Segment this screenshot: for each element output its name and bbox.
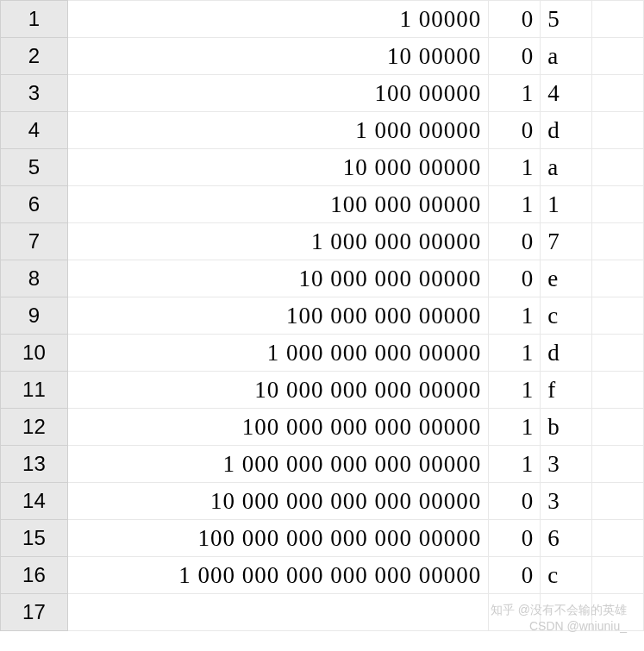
- cell-value[interactable]: f: [541, 372, 592, 409]
- table-row: 210 000000a: [1, 38, 644, 75]
- cell-value[interactable]: 3: [541, 446, 592, 483]
- row-header[interactable]: 5: [1, 149, 68, 186]
- row-header[interactable]: 8: [1, 260, 68, 297]
- table-row: 1110 000 000 000 000001f: [1, 372, 644, 409]
- cell-value[interactable]: 10 00000: [67, 38, 489, 75]
- cell-value[interactable]: 4: [541, 75, 592, 112]
- cell-value[interactable]: 1: [489, 446, 541, 483]
- row-header[interactable]: 2: [1, 38, 68, 75]
- cell-value[interactable]: 1: [489, 297, 541, 335]
- watermark-line1: 知乎 @没有不会输的英雄: [491, 602, 627, 619]
- cell-value[interactable]: 0: [489, 223, 541, 260]
- cell-empty[interactable]: [592, 446, 644, 483]
- cell-value[interactable]: 10 000 00000: [67, 149, 489, 186]
- cell-value[interactable]: 5: [541, 1, 592, 38]
- cell-empty[interactable]: [592, 520, 644, 557]
- cell-value[interactable]: 1: [541, 186, 592, 223]
- cell-empty[interactable]: [592, 186, 644, 223]
- cell-value[interactable]: a: [541, 149, 592, 186]
- cell-value[interactable]: 10 000 000 000 00000: [67, 372, 489, 409]
- cell-value[interactable]: a: [541, 38, 592, 75]
- cell-value[interactable]: 100 000 00000: [67, 186, 489, 223]
- cell-empty[interactable]: [592, 297, 644, 335]
- table-row: 12100 000 000 000 000001b: [1, 409, 644, 446]
- cell-value[interactable]: d: [541, 335, 592, 372]
- cell-value[interactable]: 1 000 000 000 000 000 00000: [67, 557, 489, 594]
- cell-value[interactable]: 1 000 000 000 000 00000: [67, 446, 489, 483]
- cell-value[interactable]: [67, 594, 489, 631]
- cell-value[interactable]: 10 000 000 00000: [67, 260, 489, 297]
- cell-value[interactable]: 100 000 000 000 00000: [67, 409, 489, 446]
- cell-value[interactable]: 1 00000: [67, 1, 489, 38]
- cell-empty[interactable]: [592, 260, 644, 297]
- cell-empty[interactable]: [592, 38, 644, 75]
- table-row: 41 000 000000d: [1, 112, 644, 149]
- cell-value[interactable]: 3: [541, 483, 592, 520]
- cell-value[interactable]: 1: [489, 75, 541, 112]
- cell-value[interactable]: 100 000 000 00000: [67, 297, 489, 335]
- cell-value[interactable]: c: [541, 557, 592, 594]
- row-header[interactable]: 6: [1, 186, 68, 223]
- cell-value[interactable]: 1: [489, 186, 541, 223]
- cell-value[interactable]: 0: [489, 557, 541, 594]
- row-header[interactable]: 3: [1, 75, 68, 112]
- cell-value[interactable]: 6: [541, 520, 592, 557]
- row-header[interactable]: 1: [1, 1, 68, 38]
- row-header[interactable]: 14: [1, 483, 68, 520]
- cell-empty[interactable]: [592, 149, 644, 186]
- cell-value[interactable]: 0: [489, 260, 541, 297]
- table-row: 11 0000005: [1, 1, 644, 38]
- table-row: 9100 000 000 000001c: [1, 297, 644, 335]
- row-header[interactable]: 15: [1, 520, 68, 557]
- cell-empty[interactable]: [592, 75, 644, 112]
- cell-value[interactable]: 100 00000: [67, 75, 489, 112]
- cell-value[interactable]: 100 000 000 000 000 00000: [67, 520, 489, 557]
- cell-value[interactable]: e: [541, 260, 592, 297]
- cell-value[interactable]: 1 000 000 00000: [67, 223, 489, 260]
- row-header[interactable]: 16: [1, 557, 68, 594]
- row-header[interactable]: 11: [1, 372, 68, 409]
- cell-empty[interactable]: [592, 409, 644, 446]
- table-row: 15100 000 000 000 000 0000006: [1, 520, 644, 557]
- cell-value[interactable]: d: [541, 112, 592, 149]
- cell-value[interactable]: 0: [489, 1, 541, 38]
- cell-value[interactable]: 0: [489, 483, 541, 520]
- row-header[interactable]: 10: [1, 335, 68, 372]
- row-header[interactable]: 13: [1, 446, 68, 483]
- cell-value[interactable]: 0: [489, 520, 541, 557]
- cell-empty[interactable]: [592, 372, 644, 409]
- cell-empty[interactable]: [592, 483, 644, 520]
- row-header[interactable]: 4: [1, 112, 68, 149]
- cell-empty[interactable]: [592, 1, 644, 38]
- cell-empty[interactable]: [592, 335, 644, 372]
- row-header[interactable]: 9: [1, 297, 68, 335]
- cell-value[interactable]: 0: [489, 38, 541, 75]
- row-header[interactable]: 17: [1, 594, 68, 631]
- row-header[interactable]: 12: [1, 409, 68, 446]
- cell-empty[interactable]: [592, 223, 644, 260]
- cell-value[interactable]: 1: [489, 149, 541, 186]
- cell-value[interactable]: 1: [489, 409, 541, 446]
- watermark: 知乎 @没有不会输的英雄 CSDN @wniuniu_: [491, 602, 627, 635]
- cell-value[interactable]: 1 000 000 000 00000: [67, 335, 489, 372]
- table-row: 810 000 000 000000e: [1, 260, 644, 297]
- cell-value[interactable]: b: [541, 409, 592, 446]
- table-row: 6100 000 0000011: [1, 186, 644, 223]
- cell-value[interactable]: 7: [541, 223, 592, 260]
- table-row: 71 000 000 0000007: [1, 223, 644, 260]
- table-row: 101 000 000 000 000001d: [1, 335, 644, 372]
- cell-value[interactable]: 0: [489, 112, 541, 149]
- table-row: 1410 000 000 000 000 0000003: [1, 483, 644, 520]
- cell-value[interactable]: 10 000 000 000 000 00000: [67, 483, 489, 520]
- cell-value[interactable]: c: [541, 297, 592, 335]
- cell-value[interactable]: 1: [489, 372, 541, 409]
- cell-empty[interactable]: [592, 112, 644, 149]
- cell-value[interactable]: 1: [489, 335, 541, 372]
- cell-empty[interactable]: [592, 557, 644, 594]
- cell-value[interactable]: 1 000 00000: [67, 112, 489, 149]
- table-row: 510 000 000001a: [1, 149, 644, 186]
- table-row: 161 000 000 000 000 000 000000c: [1, 557, 644, 594]
- watermark-line2: CSDN @wniuniu_: [491, 618, 627, 635]
- row-header[interactable]: 7: [1, 223, 68, 260]
- spreadsheet-grid[interactable]: 11 0000005210 000000a3100 000001441 000 …: [0, 0, 644, 631]
